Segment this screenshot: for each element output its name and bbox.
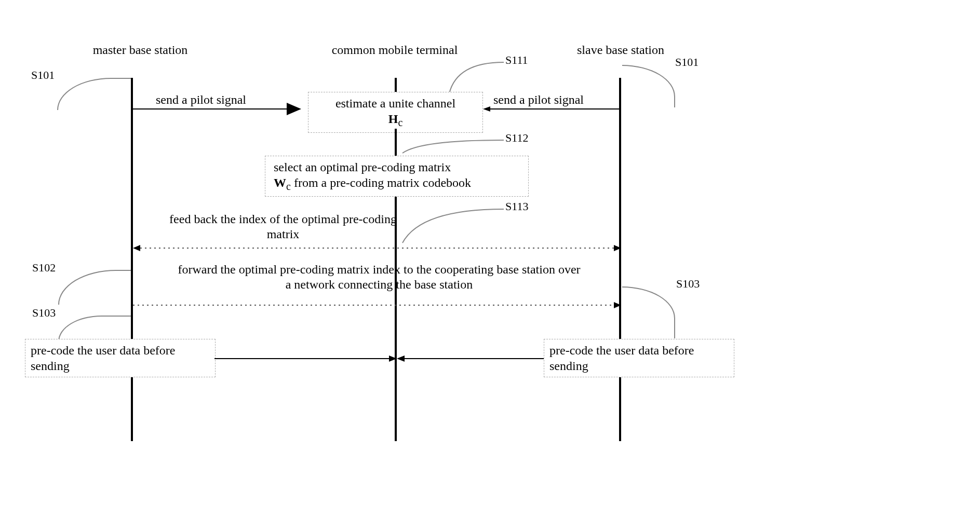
step-s101-left-label: S101 bbox=[31, 69, 55, 82]
symbol-h-sub: c bbox=[398, 117, 402, 128]
leader-s111 bbox=[447, 60, 509, 96]
lane-label-slave: slave base station bbox=[569, 43, 673, 58]
lane-label-master: master base station bbox=[88, 43, 192, 58]
msg-forward: forward the optimal pre-coding matrix in… bbox=[174, 262, 584, 292]
step-s101-right-label: S101 bbox=[675, 56, 699, 69]
msg-pilot-left: send a pilot signal bbox=[156, 92, 286, 107]
lane-label-terminal: common mobile terminal bbox=[322, 43, 467, 58]
symbol-w: W bbox=[274, 176, 286, 189]
arrow-feedback bbox=[133, 245, 621, 255]
box-select-tail: from a pre-coding matrix codebook bbox=[291, 176, 471, 189]
step-s103-left-label: S103 bbox=[32, 306, 56, 320]
lifeline-master bbox=[131, 78, 133, 441]
arrow-precode-left bbox=[214, 355, 397, 366]
box-precode-slave: pre-code the user data before sending bbox=[544, 339, 734, 377]
box-estimate-channel: estimate a unite channel Hc bbox=[308, 92, 483, 133]
connector-estimate-to-select bbox=[394, 129, 398, 156]
leader-s112 bbox=[400, 138, 509, 158]
arrow-pilot-right bbox=[483, 106, 619, 117]
leader-s113 bbox=[400, 207, 509, 248]
box-estimate-text: estimate a unite channel bbox=[335, 97, 455, 110]
symbol-w-sub: c bbox=[286, 181, 291, 192]
step-s102-label: S102 bbox=[32, 261, 56, 275]
symbol-h: H bbox=[388, 112, 398, 126]
step-s103-right-label: S103 bbox=[676, 277, 700, 291]
leader-s101-right bbox=[622, 65, 675, 107]
box-precode-master: pre-code the user data before sending bbox=[25, 339, 216, 377]
arrow-forward bbox=[133, 302, 621, 312]
leader-s103-left bbox=[58, 316, 131, 341]
sequence-diagram: master base station common mobile termin… bbox=[0, 0, 980, 520]
box-select-line1: select an optimal pre-coding matrix bbox=[274, 160, 451, 174]
leader-s102 bbox=[58, 270, 131, 305]
msg-feedback: feed back the index of the optimal pre-c… bbox=[166, 212, 400, 242]
leader-s101-left bbox=[57, 78, 131, 110]
box-select-precoding: select an optimal pre-coding matrix Wc f… bbox=[265, 156, 529, 197]
arrow-pilot-left bbox=[133, 106, 307, 117]
leader-s103-right bbox=[622, 286, 675, 338]
msg-pilot-right: send a pilot signal bbox=[493, 92, 613, 107]
lifeline-slave bbox=[619, 78, 621, 441]
arrow-precode-right bbox=[397, 355, 544, 366]
